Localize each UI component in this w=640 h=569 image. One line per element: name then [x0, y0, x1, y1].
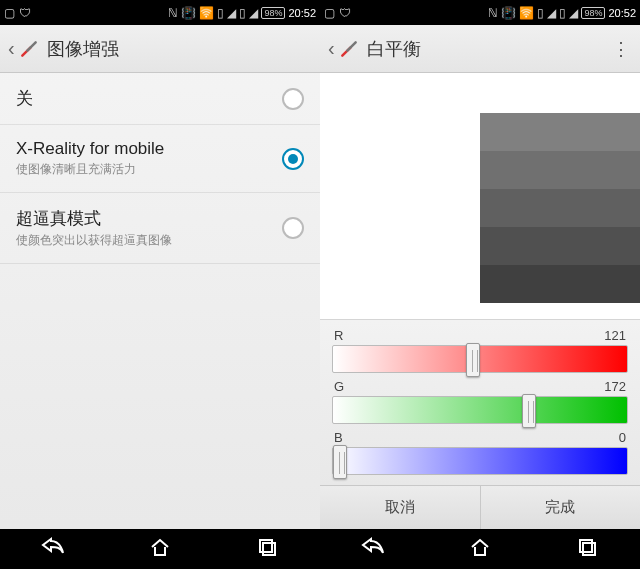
slider-thumb-b[interactable]: [333, 445, 347, 479]
slider-thumb-r[interactable]: [466, 343, 480, 377]
settings-tools-icon: [339, 39, 359, 59]
nav-bar: [0, 529, 320, 569]
option-title: 超逼真模式: [16, 207, 282, 230]
sim1-icon: ▯: [217, 6, 224, 20]
channel-value-r: 121: [604, 328, 626, 343]
radio-vivid[interactable]: [282, 217, 304, 239]
nav-recent-icon[interactable]: [255, 537, 279, 561]
battery-indicator: 98%: [581, 7, 605, 19]
vibrate-icon: 📳: [181, 6, 196, 20]
slider-thumb-g[interactable]: [522, 394, 536, 428]
clock: 20:52: [608, 7, 636, 19]
radio-off[interactable]: [282, 88, 304, 110]
back-button[interactable]: ‹: [328, 37, 335, 60]
signal1-icon: ◢: [227, 6, 236, 20]
option-title: X-Reality for mobile: [16, 139, 282, 159]
nav-bar: [320, 529, 640, 569]
status-bar: ▢ 🛡 ℕ 📳 🛜 ▯ ◢ ▯ ◢ 98% 20:52: [320, 0, 640, 25]
radio-xreality[interactable]: [282, 148, 304, 170]
screen-white-balance: ▢ 🛡 ℕ 📳 🛜 ▯ ◢ ▯ ◢ 98% 20:52 ‹ 白平衡 ⋮: [320, 0, 640, 569]
app-bar: ‹ 图像增强: [0, 25, 320, 73]
shield-icon: 🛡: [19, 6, 31, 20]
option-vivid[interactable]: 超逼真模式 使颜色突出以获得超逼真图像: [0, 193, 320, 264]
battery-indicator: 98%: [261, 7, 285, 19]
channel-label-r: R: [334, 328, 343, 343]
slider-r: R 121: [332, 328, 628, 373]
svg-rect-2: [580, 540, 592, 552]
channel-label-g: G: [334, 379, 344, 394]
preview-area: [320, 73, 640, 320]
page-title: 白平衡: [367, 37, 421, 61]
option-off[interactable]: 关: [0, 73, 320, 125]
nav-home-icon[interactable]: [148, 537, 172, 561]
sliders-panel: R 121 G 172 B 0: [320, 320, 640, 485]
app-bar: ‹ 白平衡 ⋮: [320, 25, 640, 73]
button-bar: 取消 完成: [320, 485, 640, 529]
svg-rect-0: [260, 540, 272, 552]
back-button[interactable]: ‹: [8, 37, 15, 60]
gallery-icon: ▢: [324, 6, 335, 20]
slider-track-g[interactable]: [332, 396, 628, 424]
slider-track-r[interactable]: [332, 345, 628, 373]
channel-value-b: 0: [619, 430, 626, 445]
wifi-icon: 🛜: [199, 6, 214, 20]
grayscale-swatches: [480, 113, 640, 303]
nav-recent-icon[interactable]: [575, 537, 599, 561]
slider-track-b[interactable]: [332, 447, 628, 475]
signal2-icon: ◢: [249, 6, 258, 20]
nav-back-icon[interactable]: [361, 537, 385, 561]
channel-label-b: B: [334, 430, 343, 445]
sim1-icon: ▯: [537, 6, 544, 20]
gallery-icon: ▢: [4, 6, 15, 20]
slider-b: B 0: [332, 430, 628, 475]
signal2-icon: ◢: [569, 6, 578, 20]
nav-home-icon[interactable]: [468, 537, 492, 561]
wb-content: R 121 G 172 B 0: [320, 73, 640, 529]
overflow-menu-icon[interactable]: ⋮: [612, 38, 632, 60]
settings-tools-icon: [19, 39, 39, 59]
option-subtitle: 使图像清晰且充满活力: [16, 161, 282, 178]
done-button[interactable]: 完成: [481, 486, 641, 529]
screen-image-enhancement: ▢ 🛡 ℕ 📳 🛜 ▯ ◢ ▯ ◢ 98% 20:52 ‹ 图像增强 关: [0, 0, 320, 569]
nav-back-icon[interactable]: [41, 537, 65, 561]
status-bar: ▢ 🛡 ℕ 📳 🛜 ▯ ◢ ▯ ◢ 98% 20:52: [0, 0, 320, 25]
slider-g: G 172: [332, 379, 628, 424]
wifi-icon: 🛜: [519, 6, 534, 20]
channel-value-g: 172: [604, 379, 626, 394]
page-title: 图像增强: [47, 37, 119, 61]
vibrate-icon: 📳: [501, 6, 516, 20]
signal1-icon: ◢: [547, 6, 556, 20]
svg-rect-3: [583, 543, 595, 555]
cancel-button[interactable]: 取消: [320, 486, 481, 529]
clock: 20:52: [288, 7, 316, 19]
options-list: 关 X-Reality for mobile 使图像清晰且充满活力 超逼真模式 …: [0, 73, 320, 529]
svg-rect-1: [263, 543, 275, 555]
nfc-icon: ℕ: [488, 6, 498, 20]
option-title: 关: [16, 87, 282, 110]
option-subtitle: 使颜色突出以获得超逼真图像: [16, 232, 282, 249]
shield-icon: 🛡: [339, 6, 351, 20]
sim2-icon: ▯: [239, 6, 246, 20]
sim2-icon: ▯: [559, 6, 566, 20]
option-xreality[interactable]: X-Reality for mobile 使图像清晰且充满活力: [0, 125, 320, 193]
nfc-icon: ℕ: [168, 6, 178, 20]
